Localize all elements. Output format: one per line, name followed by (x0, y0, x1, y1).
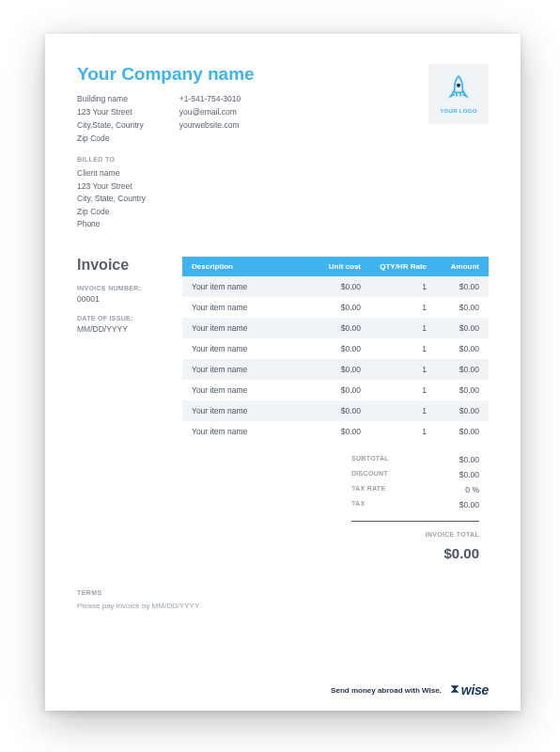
totals-rule (351, 521, 479, 522)
address-city: City,State, Country (77, 120, 144, 130)
cell-unit-cost: $0.00 (308, 406, 361, 415)
cell-amount: $0.00 (427, 303, 479, 312)
invoice-number-label: INVOICE NUMBER: (77, 285, 182, 291)
table-row: Your item name$0.001$0.00 (182, 400, 489, 421)
invoice-total-value: $0.00 (182, 545, 479, 561)
cell-description: Your item name (192, 427, 308, 436)
terms-text: Please pay invoice by MM/DD/YYYY (77, 602, 489, 610)
wise-wordmark: wise (461, 682, 489, 697)
cell-amount: $0.00 (427, 323, 479, 333)
wise-flag-icon (449, 682, 460, 697)
cell-description: Your item name (192, 282, 308, 291)
cell-description: Your item name (192, 323, 308, 333)
address-zip: Zip Code (77, 133, 144, 143)
invoice-number: 00001 (77, 294, 182, 304)
date-of-issue-label: DATE OF ISSUE: (77, 315, 182, 321)
address-street: 123 Your Street (77, 107, 144, 117)
svg-point-0 (457, 84, 460, 87)
cell-qty: 1 (361, 303, 427, 312)
cell-unit-cost: $0.00 (308, 427, 361, 436)
client-zip: Zip Code (77, 207, 489, 216)
rocket-icon (446, 74, 471, 104)
cell-amount: $0.00 (427, 365, 479, 374)
table-row: Your item name$0.001$0.00 (182, 318, 489, 338)
terms-block: TERMS Please pay invoice by MM/DD/YYYY (77, 589, 489, 610)
company-block: Your Company name Building name 123 Your… (77, 64, 428, 143)
cell-description: Your item name (192, 385, 308, 395)
discount-row: DISCOUNT $0.00 (182, 470, 479, 479)
company-name: Your Company name (77, 64, 428, 85)
subtotal-value: $0.00 (427, 455, 479, 464)
client-phone: Phone (77, 219, 489, 228)
client-street: 123 Your Street (77, 181, 489, 191)
company-columns: Building name 123 Your Street City,State… (77, 94, 428, 143)
line-items-table: Description Unit cost QTY/HR Rate Amount… (182, 257, 489, 561)
cell-unit-cost: $0.00 (308, 282, 361, 291)
cell-amount: $0.00 (427, 282, 479, 291)
table-row: Your item name$0.001$0.00 (182, 380, 489, 400)
invoice-total-label: INVOICE TOTAL (182, 531, 479, 538)
cell-amount: $0.00 (427, 406, 479, 415)
client-name: Client name (77, 168, 489, 178)
cell-amount: $0.00 (427, 427, 479, 436)
table-header: Description Unit cost QTY/HR Rate Amount (182, 257, 489, 276)
cell-unit-cost: $0.00 (308, 323, 361, 333)
table-row: Your item name$0.001$0.00 (182, 276, 489, 297)
wise-logo: wise (449, 682, 489, 697)
cell-qty: 1 (361, 323, 427, 333)
cell-qty: 1 (361, 406, 427, 415)
cell-unit-cost: $0.00 (308, 344, 361, 353)
cell-qty: 1 (361, 282, 427, 291)
cell-qty: 1 (361, 385, 427, 395)
cell-description: Your item name (192, 365, 308, 374)
invoice-meta: Invoice INVOICE NUMBER: 00001 DATE OF IS… (77, 257, 182, 561)
cell-amount: $0.00 (427, 385, 479, 395)
tax-rate-row: TAX RATE 0 % (182, 485, 479, 494)
client-city: City, State, Country (77, 194, 489, 203)
cell-amount: $0.00 (427, 344, 479, 353)
contact-email: you@email.com (179, 107, 241, 117)
cell-qty: 1 (361, 427, 427, 436)
col-description: Description (192, 262, 308, 271)
cell-description: Your item name (192, 303, 308, 312)
contact-phone: +1-541-754-3010 (179, 94, 241, 103)
footer-tagline: Send money abroad with Wise. (331, 686, 442, 695)
col-amount: Amount (427, 262, 479, 271)
tax-label: TAX (351, 500, 427, 509)
invoice-body: Invoice INVOICE NUMBER: 00001 DATE OF IS… (77, 257, 489, 561)
company-address: Building name 123 Your Street City,State… (77, 94, 144, 143)
cell-description: Your item name (192, 344, 308, 353)
footer: Send money abroad with Wise. wise (331, 682, 489, 697)
col-unit-cost: Unit cost (308, 262, 361, 271)
cell-description: Your item name (192, 406, 308, 415)
tax-rate-label: TAX RATE (351, 485, 427, 494)
discount-value: $0.00 (427, 470, 479, 479)
billed-to-block: Client name 123 Your Street City, State,… (77, 168, 489, 228)
date-of-issue: MM/DD/YYYY (77, 324, 182, 334)
table-body: Your item name$0.001$0.00Your item name$… (182, 276, 489, 442)
contact-website: yourwebsite.com (179, 120, 241, 130)
cell-unit-cost: $0.00 (308, 385, 361, 395)
subtotal-label: SUBTOTAL (351, 455, 427, 464)
tax-rate-value: 0 % (427, 485, 479, 494)
logo-caption: YOUR LOGO (440, 108, 476, 114)
invoice-heading: Invoice (77, 257, 182, 274)
cell-qty: 1 (361, 344, 427, 353)
table-row: Your item name$0.001$0.00 (182, 297, 489, 318)
logo-placeholder: YOUR LOGO (428, 64, 489, 124)
billed-to-label: BILLED TO (77, 156, 489, 163)
subtotal-row: SUBTOTAL $0.00 (182, 455, 479, 464)
table-row: Your item name$0.001$0.00 (182, 338, 489, 359)
cell-qty: 1 (361, 365, 427, 374)
tax-value: $0.00 (427, 500, 479, 509)
table-row: Your item name$0.001$0.00 (182, 421, 489, 442)
cell-unit-cost: $0.00 (308, 365, 361, 374)
header: Your Company name Building name 123 Your… (77, 64, 489, 143)
discount-label: DISCOUNT (351, 470, 427, 479)
totals-block: SUBTOTAL $0.00 DISCOUNT $0.00 TAX RATE 0… (182, 455, 489, 561)
address-building: Building name (77, 94, 144, 103)
table-row: Your item name$0.001$0.00 (182, 359, 489, 380)
tax-row: TAX $0.00 (182, 500, 479, 509)
invoice-page: Your Company name Building name 123 Your… (45, 34, 521, 711)
company-contact: +1-541-754-3010 you@email.com yourwebsit… (179, 94, 241, 143)
